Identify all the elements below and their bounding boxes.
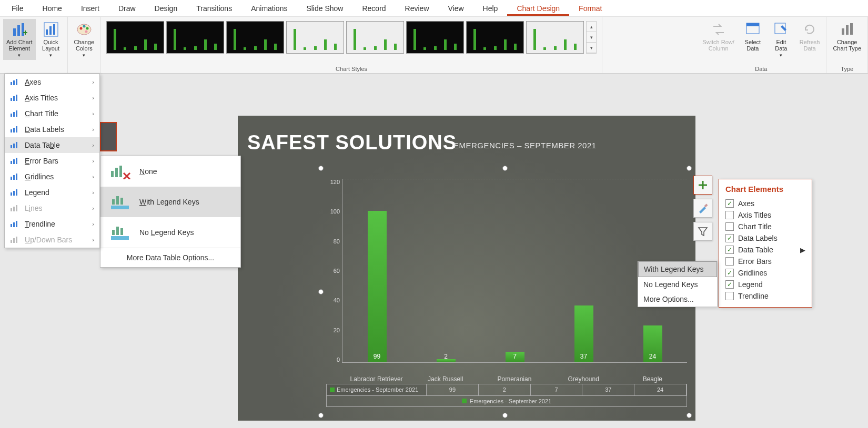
chart-style-4[interactable] (286, 21, 344, 54)
more-data-table-options[interactable]: More Data Table Options... (100, 248, 240, 267)
checkbox[interactable] (725, 234, 734, 242)
selection-handle[interactable] (687, 166, 692, 171)
selection-handle[interactable] (502, 413, 508, 418)
change-colors-button[interactable]: Change Colors (71, 19, 98, 60)
submenu-with-legend-keys[interactable]: With Legend Keys (638, 261, 717, 277)
plot-area[interactable]: 99273724 (342, 179, 687, 363)
chart-elements-tool[interactable] (693, 176, 712, 195)
svg-point-10 (79, 27, 82, 30)
menu-label: Data Labels (25, 125, 64, 134)
tab-view[interactable]: View (439, 1, 473, 16)
submenu-more-options[interactable]: More Options... (638, 292, 717, 307)
chart-style-6[interactable] (406, 21, 464, 54)
menu-gridlines[interactable]: Gridlines› (5, 169, 99, 185)
checkbox[interactable] (725, 246, 734, 254)
chevron-right-icon[interactable]: ▶ (800, 246, 805, 254)
chart-filters-tool[interactable] (693, 222, 712, 241)
svg-rect-37 (16, 158, 17, 164)
selection-handle[interactable] (502, 166, 508, 171)
svg-rect-22 (16, 79, 17, 85)
change-chart-type-button[interactable]: Change Chart Type (830, 19, 864, 54)
ce-data-table[interactable]: Data Table▶ (725, 244, 805, 256)
chart-style-gallery[interactable]: ▴▾▾ (104, 19, 599, 56)
submenu-no-legend-keys[interactable]: No Legend Keys (638, 277, 717, 292)
tab-help[interactable]: Help (473, 1, 508, 16)
data-table-with-legend-keys[interactable]: With Legend Keys (100, 187, 240, 217)
ce-data-labels[interactable]: Data Labels (725, 232, 805, 244)
tab-transitions[interactable]: Transitions (187, 1, 241, 16)
gallery-scroll[interactable]: ▴▾▾ (586, 21, 597, 54)
bar-1[interactable]: 2 (411, 179, 480, 362)
menu-axis-titles[interactable]: Axis Titles› (5, 90, 99, 106)
gallery-more-icon[interactable]: ▾ (587, 43, 596, 53)
checkbox[interactable] (725, 199, 734, 208)
svg-rect-25 (16, 95, 17, 101)
ce-legend[interactable]: Legend (725, 279, 805, 290)
ce-axis-titles[interactable]: Axis Titles (725, 209, 805, 221)
menu-error-bars[interactable]: Error Bars› (5, 153, 99, 169)
chart-object[interactable]: 120100806040200 99273724 Labrador Retrie… (321, 168, 689, 415)
data-table-no-legend-keys[interactable]: No Legend Keys (100, 217, 240, 248)
svg-rect-61 (111, 206, 129, 209)
chart-style-1[interactable] (106, 21, 164, 54)
menu-data-table[interactable]: Data Table› (5, 137, 99, 153)
refresh-data-label: Refresh Data (800, 39, 820, 52)
ce-error-bars[interactable]: Error Bars (725, 256, 805, 267)
menu-axes[interactable]: Axes› (5, 74, 99, 90)
x-label: Jack Russell (411, 375, 480, 383)
bar-3[interactable]: 37 (549, 179, 618, 362)
y-tick: 120 (330, 179, 340, 185)
ce-chart-title[interactable]: Chart Title (725, 221, 805, 232)
bar-2[interactable]: 7 (480, 179, 549, 362)
quick-layout-button[interactable]: Quick Layout (38, 19, 64, 60)
ce-trendline[interactable]: Trendline (725, 290, 805, 302)
chart-style-8[interactable] (526, 21, 584, 54)
tab-review[interactable]: Review (396, 1, 439, 16)
menu-chart-title[interactable]: Chart Title› (5, 106, 99, 121)
tab-format[interactable]: Format (569, 1, 611, 16)
select-data-button[interactable]: Select Data (740, 19, 766, 54)
tab-file[interactable]: File (2, 1, 33, 16)
ce-axes[interactable]: Axes (725, 198, 805, 209)
selection-handle[interactable] (318, 413, 324, 418)
checkbox[interactable] (725, 222, 734, 231)
ce-label: Legend (738, 280, 763, 289)
no-keys-icon (110, 225, 131, 240)
checkbox[interactable] (725, 280, 734, 289)
tab-insert[interactable]: Insert (72, 1, 109, 16)
group-chart-layouts: Add Chart Element Quick Layout (0, 17, 68, 73)
tab-animations[interactable]: Animations (241, 1, 297, 16)
data-table-none[interactable]: None (100, 156, 240, 187)
selection-handle[interactable] (687, 413, 692, 418)
tab-slide-show[interactable]: Slide Show (297, 1, 352, 16)
chart-style-5[interactable] (346, 21, 404, 54)
tab-chart-design[interactable]: Chart Design (507, 1, 569, 16)
chart-styles-tool[interactable] (693, 199, 712, 218)
selection-handle[interactable] (318, 166, 324, 171)
ce-gridlines[interactable]: Gridlines (725, 267, 805, 279)
menu-data-labels[interactable]: Data Labels› (5, 121, 99, 137)
chart-style-3[interactable] (226, 21, 284, 54)
slide-thumbnail-1[interactable] (100, 122, 117, 151)
gallery-down-icon[interactable]: ▾ (587, 32, 596, 43)
tab-record[interactable]: Record (352, 1, 395, 16)
gallery-up-icon[interactable]: ▴ (587, 22, 596, 32)
edit-data-button[interactable]: Edit Data (768, 19, 794, 60)
add-chart-element-button[interactable]: Add Chart Element (3, 19, 36, 60)
checkbox[interactable] (725, 257, 734, 266)
refresh-icon (801, 21, 818, 38)
menu-legend[interactable]: Legend› (5, 185, 99, 200)
checkbox[interactable] (725, 292, 734, 300)
tab-design[interactable]: Design (145, 1, 187, 16)
checkbox[interactable] (725, 211, 734, 219)
chart-style-7[interactable] (466, 21, 524, 54)
menu-icon (10, 141, 19, 149)
chart-style-2[interactable] (166, 21, 224, 54)
menu-trendline[interactable]: Trendline› (5, 216, 99, 232)
tab-draw[interactable]: Draw (109, 1, 145, 16)
add-chart-element-menu: Axes›Axis Titles›Chart Title›Data Labels… (4, 74, 100, 248)
svg-rect-39 (13, 175, 15, 180)
tab-home[interactable]: Home (33, 1, 72, 16)
checkbox[interactable] (725, 269, 734, 277)
bar-0[interactable]: 99 (342, 179, 411, 362)
